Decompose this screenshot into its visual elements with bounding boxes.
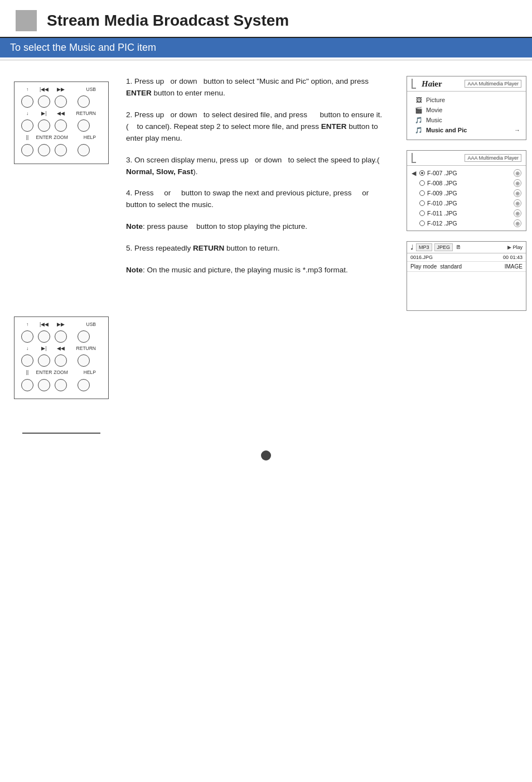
screen-menu-list: 🖼 Picture 🎬 Movie 🎵 Music 🎵 Music and Pi… <box>407 92 526 140</box>
bottom-left-column: ↑ |◀◀ ▶▶ USB ↓ <box>6 316 117 434</box>
file-settings-0: ⊕ <box>514 169 521 177</box>
remote2-row-circles-3 <box>21 378 101 391</box>
remote-row-1: ↑ |◀◀ ▶▶ USB <box>21 87 101 92</box>
remote-btn-usb <box>71 95 96 108</box>
play-triangle: ▶ <box>507 244 511 250</box>
play-label: Play <box>512 244 523 250</box>
remote-btn-prev <box>38 95 50 108</box>
remote2-row-1: ↑ |◀◀ ▶▶ USB <box>21 322 101 327</box>
page-title: Stream Media Broadcast System <box>47 12 289 30</box>
file-radio-5 <box>419 220 425 226</box>
file-row-1: ◀ F-008 .JPG ⊕ <box>412 178 521 188</box>
remote2-btn-enter <box>38 378 50 391</box>
bottom-center-column <box>117 316 526 434</box>
haier-logo: Haier <box>422 79 442 89</box>
remote2-up-arrow: ↑ <box>21 322 33 327</box>
remote2-btn-return <box>71 354 96 367</box>
remote-btn-pause <box>21 143 33 156</box>
file-list-connector <box>412 153 416 163</box>
remote-next-track: ▶| <box>38 111 50 116</box>
remote-btn-down <box>21 119 33 132</box>
remote2-help-label: HELP <box>71 370 96 375</box>
remote-fast-forward: ▶▶ <box>55 87 67 92</box>
instruction-step3: 3. On screen display menu, press up or d… <box>126 155 389 178</box>
remote-usb-label: USB <box>71 87 96 92</box>
file-radio-1 <box>419 180 425 186</box>
file-play-indicator: ◀ <box>412 170 416 177</box>
menu-label-movie: Movie <box>426 107 442 113</box>
remote-row-circles-1 <box>21 95 101 108</box>
file-name-3: F-010 .JPG <box>427 200 511 207</box>
file-row-2: ◀ F-009 .JPG ⊕ <box>412 188 521 198</box>
page-number-row <box>0 439 532 466</box>
remote-btn-ff <box>55 95 67 108</box>
remote2-prev-track: |◀◀ <box>38 322 50 327</box>
mp3-badge: MP3 <box>416 243 432 251</box>
playback-top-row: ♩ MP3 JPEG 🖹 ▶ Play <box>407 242 526 253</box>
file-settings-2: ⊕ <box>514 189 521 197</box>
file-row-4: ◀ F-011 .JPG ⊕ <box>412 208 521 218</box>
picture-icon: 🖼 <box>415 96 423 104</box>
right-column: Haier AAA Multimedia Player 🖼 Picture 🎬 … <box>398 76 526 311</box>
remote-btn-enter <box>38 143 50 156</box>
file-name-4: F-011 .JPG <box>427 210 511 217</box>
music-pic-icon: 🎵 <box>415 126 423 134</box>
remote-btn-zoom <box>55 143 67 156</box>
remote-row-circles-2 <box>21 119 101 132</box>
screen-mockup-menu: Haier AAA Multimedia Player 🖼 Picture 🎬 … <box>407 76 526 140</box>
file-name-5: F-012 .JPG <box>427 220 511 227</box>
remote-btn-next <box>38 119 50 132</box>
instruction-note1: Note: press pause button to stop playing… <box>126 221 389 233</box>
remote2-btn-help <box>71 378 96 391</box>
bottom-section: ↑ |◀◀ ▶▶ USB ↓ <box>0 311 532 439</box>
remote2-return-label: RETURN <box>71 346 96 351</box>
remote-btn-help <box>71 143 96 156</box>
remote-down-arrow: ↓ <box>21 111 33 116</box>
file-radio-2 <box>419 190 425 196</box>
jpeg-badge: JPEG <box>434 243 453 251</box>
remote-zoom-label: ZOOM <box>55 135 67 140</box>
playback-time: 00 01:43 <box>503 255 523 260</box>
file-radio-0 <box>419 170 425 176</box>
instruction-step4: 4. Press or button to swap the next and … <box>126 188 389 211</box>
remote-prev-track: |◀◀ <box>38 87 50 92</box>
remote2-btn-up <box>21 330 33 343</box>
remote2-usb-label: USB <box>71 322 96 327</box>
remote2-rewind: ◀◀ <box>55 346 67 351</box>
remote-diagram-2: ↑ |◀◀ ▶▶ USB ↓ <box>14 316 109 399</box>
remote2-fast-forward: ▶▶ <box>55 322 67 327</box>
remote-row-circles-3 <box>21 143 101 156</box>
file-row-3: ◀ F-010 .JPG ⊕ <box>412 198 521 208</box>
remote2-btn-ff <box>55 330 67 343</box>
remote2-row-2: ↓ ▶| ◀◀ RETURN <box>21 346 101 351</box>
section-divider <box>0 60 532 60</box>
movie-icon: 🎬 <box>415 106 423 114</box>
main-content: ↑ |◀◀ ▶▶ USB ↓ <box>0 66 532 311</box>
menu-item-movie: 🎬 Movie <box>415 105 520 115</box>
screen-file-list: AAA Multimedia Player ◀ F-007 .JPG ⊕ ◀ F… <box>407 150 526 231</box>
playback-filename: 0016.JPG <box>410 255 433 260</box>
page-header: Stream Media Broadcast System <box>0 0 532 38</box>
remote2-zoom-label: ZOOM <box>55 370 67 375</box>
playback-bottom-row: Play mode standard IMAGE <box>407 262 526 271</box>
screen-menu-header: Haier AAA Multimedia Player <box>407 76 526 92</box>
image-label: IMAGE <box>505 263 523 270</box>
remote2-pause-icon: || <box>21 370 33 375</box>
remote2-btn-next <box>38 354 50 367</box>
image-preview-area <box>407 271 526 310</box>
file-settings-4: ⊕ <box>514 209 521 217</box>
menu-arrow-right: → <box>514 127 520 133</box>
music-icon: 🎵 <box>415 116 423 124</box>
left-column: ↑ |◀◀ ▶▶ USB ↓ <box>6 76 117 311</box>
remote-pause-icon: || <box>21 135 33 140</box>
remote2-btn-usb <box>71 330 96 343</box>
remote2-next-track: ▶| <box>38 346 50 351</box>
file-list-items: ◀ F-007 .JPG ⊕ ◀ F-008 .JPG ⊕ ◀ F-009 .J… <box>407 166 526 231</box>
remote2-btn-prev <box>38 330 50 343</box>
remote2-btn-down <box>21 354 33 367</box>
file-settings-5: ⊕ <box>514 219 521 227</box>
remote-btn-rew <box>55 119 67 132</box>
music-note-icon: ♩ <box>410 243 414 251</box>
remote2-enter-label: ENTER <box>38 370 50 375</box>
remote-row-3: || ENTER ZOOM HELP <box>21 135 101 140</box>
